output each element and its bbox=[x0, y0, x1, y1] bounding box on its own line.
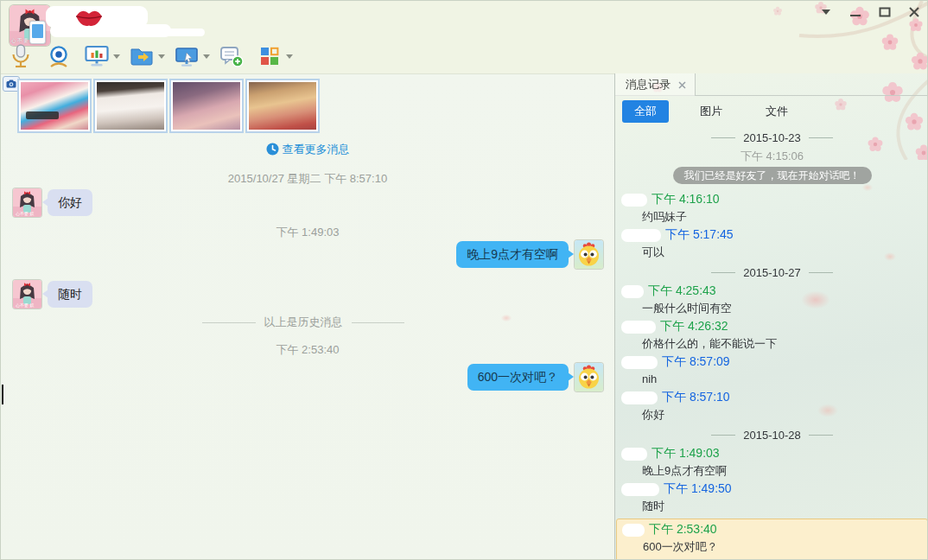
history-list[interactable]: 2015-10-23 下午 4:15:06 我们已经是好友了，现在开始对话吧！ … bbox=[615, 127, 928, 560]
message-time: 下午 8:57:10 bbox=[662, 390, 730, 405]
history-message[interactable]: 下午 8:57:10 你好 bbox=[615, 389, 928, 424]
censored-name bbox=[621, 391, 658, 404]
self-avatar[interactable] bbox=[575, 363, 603, 391]
remote-desktop-icon[interactable] bbox=[172, 41, 201, 71]
notice-row: 我们已经是好友了，现在开始对话吧！ bbox=[615, 165, 928, 191]
message-timestamp: 下午 1:49:03 bbox=[1, 225, 614, 240]
censored-name bbox=[621, 356, 658, 369]
message-bubble[interactable]: 随时 bbox=[48, 281, 92, 308]
message-time: 下午 1:49:03 bbox=[652, 446, 720, 461]
history-message[interactable]: 下午 4:25:43 一般什么时间有空 bbox=[615, 283, 928, 318]
remote-desktop-dropdown-icon[interactable] bbox=[201, 41, 212, 71]
chat-message-area[interactable]: 查看更多消息 2015/10/27 星期二 下午 8:57:10 心不要 奴 你… bbox=[1, 73, 614, 560]
message-time: 下午 4:26:32 bbox=[660, 319, 728, 334]
peer-avatar[interactable]: 心不要 奴 bbox=[13, 280, 41, 309]
message-time: 下午 1:49:50 bbox=[664, 481, 732, 497]
highlighted-result[interactable]: 下午 2:53:40 600一次对吧？ bbox=[616, 519, 928, 560]
message-bubble[interactable]: 晚上9点才有空啊 bbox=[456, 241, 569, 268]
censored-name bbox=[621, 448, 647, 461]
filter-files[interactable]: 文件 bbox=[753, 100, 800, 123]
maximize-button[interactable] bbox=[875, 4, 894, 20]
self-avatar[interactable] bbox=[575, 240, 603, 269]
censored-name bbox=[622, 524, 645, 537]
apps-icon[interactable] bbox=[255, 41, 284, 71]
history-message[interactable]: 下午 4:16:10 约吗妹子 bbox=[615, 191, 928, 226]
photo-thumbnail[interactable] bbox=[17, 79, 92, 133]
message-bubble[interactable]: 600一次对吧？ bbox=[467, 364, 569, 391]
message-timestamp: 下午 2:53:40 bbox=[1, 342, 614, 358]
history-divider: 以上是历史消息 bbox=[202, 315, 404, 330]
date-divider: 2015-10-23 bbox=[615, 129, 928, 146]
message-timestamp: 2015/10/27 星期二 下午 8:57:10 bbox=[1, 171, 614, 187]
svg-text:心不要 奴: 心不要 奴 bbox=[15, 302, 34, 309]
peer-avatar[interactable]: 心不要 奴 bbox=[13, 188, 41, 217]
message-text: 晚上9点才有空啊 bbox=[621, 462, 928, 480]
screen-capture-dropdown-icon[interactable] bbox=[111, 41, 122, 71]
svg-text:心不要 奴: 心不要 奴 bbox=[15, 211, 34, 217]
history-message[interactable]: 下午 8:57:09 nih bbox=[615, 353, 928, 389]
text-cursor bbox=[2, 385, 3, 404]
message-time: 下午 5:17:45 bbox=[665, 227, 734, 243]
friend-added-notice: 我们已经是好友了，现在开始对话吧！ bbox=[673, 167, 872, 184]
photo-thumbnail[interactable] bbox=[245, 79, 320, 133]
photo-thumbnail[interactable] bbox=[93, 79, 168, 133]
message-text: 可以 bbox=[621, 244, 928, 261]
history-message[interactable]: 下午 4:26:32 价格什么的，能不能说一下 bbox=[615, 318, 928, 353]
photo-watermark bbox=[26, 111, 59, 119]
message-text: 随时 bbox=[621, 498, 928, 515]
photo-thumbnail[interactable] bbox=[169, 79, 244, 133]
screen-capture-icon[interactable] bbox=[82, 41, 111, 71]
clock-icon bbox=[266, 143, 279, 156]
message-text: 约吗妹子 bbox=[621, 208, 928, 226]
message-text: 价格什么的，能不能说一下 bbox=[621, 335, 928, 353]
chat-toolbar bbox=[6, 41, 300, 72]
message-time: 下午 4:16:10 bbox=[652, 192, 720, 207]
apps-dropdown-icon[interactable] bbox=[284, 41, 295, 71]
new-message-icon[interactable] bbox=[217, 41, 246, 71]
censored-name bbox=[621, 194, 647, 207]
message-time: 下午 8:57:09 bbox=[662, 354, 730, 370]
session-time: 下午 4:15:06 bbox=[615, 148, 928, 165]
titlebar: 心不要 奴 bbox=[1, 1, 928, 73]
censored-name bbox=[621, 229, 661, 242]
tab-message-history[interactable]: 消息记录 bbox=[615, 73, 696, 96]
censored-name bbox=[621, 483, 659, 496]
close-tab-icon[interactable] bbox=[678, 81, 686, 89]
send-file-dropdown-icon[interactable] bbox=[156, 41, 167, 71]
filter-all[interactable]: 全部 bbox=[622, 100, 669, 123]
history-filters: 全部 图片 文件 bbox=[622, 100, 800, 123]
incoming-message: 心不要 奴 你好 bbox=[13, 188, 92, 217]
voice-call-icon[interactable] bbox=[6, 41, 35, 71]
censored-name bbox=[621, 285, 644, 298]
message-text: 一般什么时间有空 bbox=[621, 300, 928, 317]
message-text: nih bbox=[621, 371, 928, 388]
censored-name bbox=[621, 321, 656, 334]
censored-signature bbox=[130, 29, 205, 36]
message-time: 下午 4:25:43 bbox=[648, 283, 716, 299]
minimize-button[interactable] bbox=[846, 4, 865, 20]
shared-photo-strip bbox=[17, 79, 320, 133]
view-more-messages-link[interactable]: 查看更多消息 bbox=[1, 142, 614, 157]
message-time: 下午 2:53:40 bbox=[649, 522, 717, 538]
close-button[interactable] bbox=[905, 4, 924, 20]
history-message[interactable]: 下午 5:17:45 可以 bbox=[615, 226, 928, 262]
date-divider: 2015-10-28 bbox=[615, 426, 928, 443]
outgoing-message: 晚上9点才有空啊 bbox=[456, 240, 603, 269]
window-controls bbox=[817, 4, 924, 20]
history-message[interactable]: 下午 1:49:50 随时 bbox=[615, 480, 928, 516]
incoming-message: 心不要 奴 随时 bbox=[13, 280, 92, 309]
send-file-icon[interactable] bbox=[127, 41, 156, 71]
message-history-panel: 消息记录 全部 图片 文件 2015-10-23 下午 4:15:06 我们已经… bbox=[614, 73, 928, 560]
message-text: 600一次对吧？ bbox=[622, 538, 927, 556]
menu-dropdown-icon[interactable] bbox=[817, 4, 836, 20]
kiss-lips-icon bbox=[73, 4, 105, 32]
panel-tab-bar: 消息记录 bbox=[615, 73, 928, 96]
filter-images[interactable]: 图片 bbox=[688, 100, 734, 123]
qq-chat-window: 心不要 奴 bbox=[0, 0, 928, 560]
history-message[interactable]: 下午 1:49:03 晚上9点才有空啊 bbox=[615, 445, 928, 480]
message-text: 你好 bbox=[621, 406, 928, 423]
outgoing-message: 600一次对吧？ bbox=[467, 363, 603, 391]
history-message[interactable]: 下午 2:53:40 600一次对吧？ bbox=[617, 521, 927, 557]
video-call-icon[interactable] bbox=[44, 41, 73, 71]
message-bubble[interactable]: 你好 bbox=[48, 189, 92, 216]
